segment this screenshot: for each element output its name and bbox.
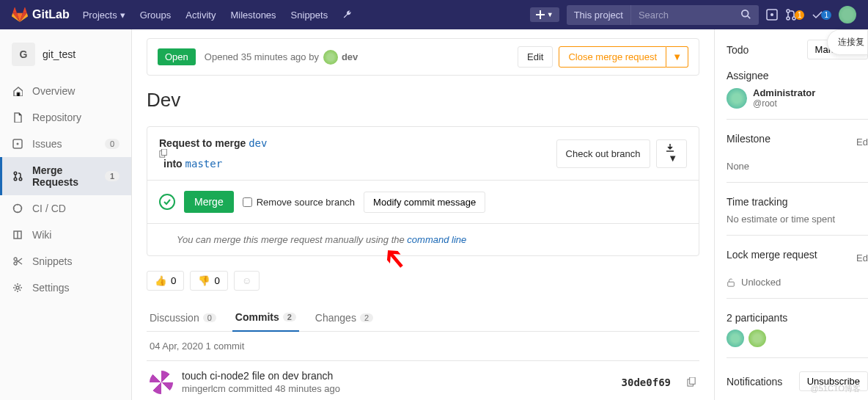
gitlab-logo[interactable]: GitLab — [12, 7, 70, 23]
target-branch[interactable]: master — [185, 158, 223, 170]
thumbs-down-button[interactable]: 👎0 — [190, 271, 227, 291]
participants-avatars — [727, 330, 868, 347]
sidebar-badge: 0 — [105, 139, 119, 149]
sidebar-item-ci-cd[interactable]: CI / CD — [0, 195, 131, 222]
tab-commits[interactable]: Commits2 — [232, 304, 299, 332]
copy-source-branch[interactable] — [159, 149, 271, 158]
sidebar-item-label: Merge Requests — [32, 164, 96, 188]
sidebar-item-repository[interactable]: Repository — [0, 104, 131, 131]
book-icon — [12, 229, 23, 241]
search-scope[interactable]: This project — [567, 5, 631, 25]
copy-icon — [159, 149, 168, 158]
plus-icon — [536, 10, 545, 19]
participant-avatar[interactable] — [749, 330, 766, 347]
lock-label: Lock merge request — [727, 249, 817, 261]
lock-edit[interactable]: Ed — [856, 252, 868, 263]
time-tracking-label: Time tracking — [727, 196, 868, 208]
commit-author-avatar[interactable] — [150, 371, 173, 394]
tab-discussion[interactable]: Discussion0 — [147, 304, 219, 331]
modify-commit-msg-button[interactable]: Modify commit message — [364, 192, 485, 213]
svg-point-12 — [14, 258, 17, 261]
unlock-icon — [727, 278, 735, 287]
home-icon — [12, 85, 23, 97]
merge-button[interactable]: Merge — [184, 191, 234, 213]
time-tracking-value: No estimate or time spent — [727, 214, 868, 225]
nav-groups[interactable]: Groups — [140, 10, 172, 21]
commit-sha[interactable]: 30de0f69 — [622, 377, 671, 388]
edit-button[interactable]: Edit — [518, 46, 553, 68]
download-dropdown[interactable]: ▼ — [656, 139, 687, 168]
assignee-row[interactable]: Administrator @root — [727, 87, 868, 109]
tab-label: Changes — [315, 312, 356, 324]
copy-sha-button[interactable] — [687, 377, 696, 387]
sidebar-item-label: Overview — [32, 85, 75, 97]
navbar-links: Projects ▾ Groups Activity Milestones Sn… — [83, 10, 353, 21]
nav-projects[interactable]: Projects ▾ — [83, 10, 125, 21]
sidebar-item-snippets[interactable]: Snippets — [0, 248, 131, 274]
mr-meta: Opened 35 minutes ago by dev — [205, 50, 509, 65]
chevron-down-icon: ▼ — [547, 11, 553, 18]
nav-activity[interactable]: Activity — [185, 10, 216, 21]
mr-title: Dev — [147, 89, 699, 112]
tab-label: Commits — [235, 311, 279, 323]
participant-avatar[interactable] — [727, 330, 744, 347]
nav-milestones[interactable]: Milestones — [230, 10, 276, 21]
milestone-edit[interactable]: Ed — [856, 137, 868, 148]
remove-source-checkbox[interactable] — [243, 197, 252, 207]
sidebar-item-label: Wiki — [32, 229, 51, 241]
nav-wrench[interactable] — [342, 10, 353, 20]
nav-snippets[interactable]: Snippets — [291, 10, 328, 21]
sidebar-item-label: Repository — [32, 112, 81, 123]
mr-author[interactable]: dev — [323, 50, 358, 65]
issues-icon — [766, 9, 778, 21]
search-icon — [741, 10, 751, 20]
command-line-link[interactable]: command line — [407, 234, 466, 245]
search-button[interactable] — [734, 5, 759, 24]
issues-icon — [12, 138, 23, 150]
sidebar-project-header[interactable]: G git_test — [0, 37, 131, 72]
project-avatar: G — [12, 43, 35, 66]
svg-rect-21 — [728, 282, 735, 286]
svg-rect-18 — [690, 377, 695, 384]
tab-label: Discussion — [150, 312, 199, 324]
remove-source-option[interactable]: Remove source branch — [243, 197, 355, 208]
merge-requests-link[interactable]: 1 — [785, 9, 805, 21]
todos-link[interactable]: 1 — [812, 9, 831, 21]
user-avatar[interactable] — [839, 6, 856, 23]
close-mr-button[interactable]: Close merge request — [559, 46, 666, 68]
source-branch[interactable]: dev — [249, 137, 267, 149]
sidebar-item-merge-requests[interactable]: Merge Requests1 — [0, 157, 131, 195]
commit-day-header: 04 Apr, 2020 1 commit — [147, 332, 699, 361]
sidebar-item-wiki[interactable]: Wiki — [0, 222, 131, 248]
checkout-branch-button[interactable]: Check out branch — [556, 139, 650, 168]
search-input[interactable] — [631, 5, 734, 25]
merge-footer: You can merge this merge request manuall… — [147, 224, 699, 255]
add-reaction-button[interactable]: ☺ — [234, 271, 260, 291]
rocket-icon — [12, 203, 23, 214]
tab-changes[interactable]: Changes2 — [312, 304, 376, 331]
svg-point-13 — [14, 262, 17, 265]
sidebar-item-issues[interactable]: Issues0 — [0, 131, 131, 157]
floating-badge[interactable]: 连接复 — [827, 29, 868, 55]
todo-count-badge: 1 — [821, 10, 831, 20]
sidebar-item-label: Snippets — [32, 255, 72, 267]
new-dropdown[interactable]: ▼ — [530, 7, 559, 22]
svg-point-8 — [14, 172, 17, 175]
close-mr-dropdown[interactable]: ▼ — [666, 46, 688, 68]
issues-link[interactable] — [766, 9, 778, 21]
tab-badge: 2 — [360, 313, 373, 322]
merge-header: Request to merge dev into master Check o… — [147, 127, 699, 181]
merge-status-icon — [159, 194, 175, 210]
svg-point-4 — [787, 17, 790, 20]
svg-point-3 — [787, 10, 790, 12]
thumbs-up-icon: 👍 — [155, 275, 167, 286]
assignee-avatar — [727, 88, 747, 109]
author-avatar — [323, 50, 338, 65]
status-badge: Open — [158, 48, 196, 65]
project-name: git_test — [43, 48, 76, 60]
sidebar-item-overview[interactable]: Overview — [0, 78, 131, 104]
sidebar-item-settings[interactable]: Settings — [0, 274, 131, 301]
sidebar-item-label: Issues — [32, 138, 62, 150]
thumbs-up-button[interactable]: 👍0 — [147, 271, 184, 291]
commit-title[interactable]: touch ci-node2 file on dev branch — [182, 370, 613, 382]
